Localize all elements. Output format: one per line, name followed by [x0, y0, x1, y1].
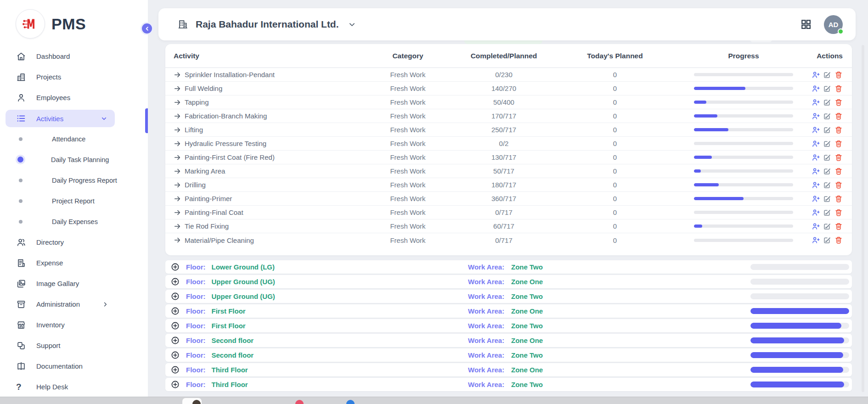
assign-user-button[interactable] — [812, 167, 820, 175]
expand-plus-icon[interactable] — [171, 321, 180, 330]
expand-plus-icon[interactable] — [171, 336, 180, 345]
list-icon — [16, 113, 26, 123]
assign-user-button[interactable] — [812, 140, 820, 148]
floor-row[interactable]: Floor: Second floor Work Area: Zone One — [165, 334, 852, 347]
floor-row[interactable]: Floor: Upper Ground (UG) Work Area: Zone… — [165, 290, 852, 303]
delete-button[interactable] — [834, 98, 843, 107]
floor-row[interactable]: Floor: Lower Ground (LG) Work Area: Zone… — [165, 260, 852, 274]
edit-button[interactable] — [823, 208, 831, 217]
activity-progress-bar — [694, 114, 793, 118]
activity-completed-planned: 50/400 — [457, 98, 550, 106]
floor-row[interactable]: Floor: Upper Ground (UG) Work Area: Zone… — [165, 275, 852, 288]
sidebar-item-projects[interactable]: Projects — [0, 67, 148, 87]
delete-button[interactable] — [834, 153, 843, 162]
assign-user-button[interactable] — [812, 84, 820, 93]
sidebar-item-inventory[interactable]: Inventory — [0, 314, 148, 335]
expand-plus-icon[interactable] — [171, 365, 180, 374]
taskbar-blue-icon[interactable] — [346, 400, 355, 404]
edit-button[interactable] — [823, 84, 831, 93]
delete-button[interactable] — [834, 71, 843, 79]
edit-button[interactable] — [823, 140, 831, 148]
taskbar-red-icon[interactable] — [295, 400, 304, 404]
expand-plus-icon[interactable] — [171, 307, 180, 315]
assign-user-button[interactable] — [812, 98, 820, 107]
activity-category: Fresh Work — [358, 236, 457, 244]
floor-row[interactable]: Floor: Third Floor Work Area: Zone One — [165, 363, 852, 376]
sidebar-item-employees[interactable]: Employees — [0, 87, 148, 108]
company-selector[interactable]: Raja Bahadur International Ltd. — [177, 19, 356, 30]
activity-todays-planned: 0 — [550, 140, 680, 147]
edit-button[interactable] — [823, 126, 831, 134]
edit-button[interactable] — [823, 195, 831, 203]
sidebar-subitem-daily-progress-report[interactable]: Daily Progress Report — [0, 170, 148, 191]
sidebar-item-documentation[interactable]: Documentation — [0, 356, 148, 376]
sidebar-subitem-attendance[interactable]: Attendance — [0, 129, 148, 149]
assign-user-button[interactable] — [812, 71, 820, 79]
assign-user-button[interactable] — [812, 112, 820, 120]
expand-plus-icon[interactable] — [171, 277, 180, 286]
expand-plus-icon[interactable] — [171, 351, 180, 359]
bullet-dot-icon — [17, 157, 23, 163]
floor-row[interactable]: Floor: First Floor Work Area: Zone One — [165, 304, 852, 318]
company-logo[interactable] — [16, 9, 45, 39]
delete-button[interactable] — [834, 84, 843, 93]
sidebar-item-image-gallary[interactable]: Image Gallary — [0, 273, 148, 294]
sidebar-subitem-daily-task-planning[interactable]: Daily Task Planning — [0, 149, 148, 170]
sidebar-item-expense[interactable]: Expense — [0, 252, 148, 273]
expand-plus-icon[interactable] — [171, 380, 180, 389]
floor-row[interactable]: Floor: Second floor Work Area: Zone Two — [165, 348, 852, 362]
apps-grid-button[interactable] — [800, 18, 812, 30]
sidebar-subitem-daily-expenses[interactable]: Daily Expenses — [0, 211, 148, 232]
floor-row[interactable]: Floor: First Floor Work Area: Zone Two — [165, 319, 852, 332]
delete-button[interactable] — [834, 236, 843, 244]
edit-button[interactable] — [823, 222, 831, 230]
delete-button[interactable] — [834, 167, 843, 175]
person-plus-icon — [812, 153, 820, 162]
activity-todays-planned: 0 — [550, 112, 680, 120]
user-avatar[interactable]: AD — [824, 15, 843, 34]
sidebar-item-dashboard[interactable]: Dashboard — [0, 46, 148, 67]
edit-button[interactable] — [823, 236, 831, 244]
assign-user-button[interactable] — [812, 222, 820, 230]
sidebar-item-activities[interactable]: Activities — [6, 110, 115, 127]
sidebar-item-support[interactable]: Support — [0, 335, 148, 356]
assign-user-button[interactable] — [812, 236, 820, 244]
floor-label: Floor: — [186, 322, 206, 330]
activity-todays-planned: 0 — [550, 98, 680, 106]
assign-user-button[interactable] — [812, 208, 820, 217]
edit-button[interactable] — [823, 71, 831, 79]
sidebar-subitem-project-report[interactable]: Project Report — [0, 191, 148, 211]
edit-button[interactable] — [823, 167, 831, 175]
sidebar-scrollbar-thumb[interactable] — [145, 108, 148, 133]
edit-button[interactable] — [823, 98, 831, 107]
edit-button[interactable] — [823, 112, 831, 120]
assign-user-button[interactable] — [812, 195, 820, 203]
assign-user-button[interactable] — [812, 181, 820, 189]
assign-user-button[interactable] — [812, 153, 820, 162]
store-icon — [16, 320, 26, 330]
activity-completed-planned: 250/717 — [457, 126, 550, 134]
trash-icon — [834, 153, 843, 162]
floor-row[interactable]: Floor: Third Floor Work Area: Zone Two — [165, 378, 852, 391]
delete-button[interactable] — [834, 208, 843, 217]
table-header-row: Activity Category Completed/Planned Toda… — [165, 44, 852, 68]
assign-user-button[interactable] — [812, 126, 820, 134]
sidebar-item-directory[interactable]: Directory — [0, 232, 148, 252]
delete-button[interactable] — [834, 222, 843, 230]
edit-button[interactable] — [823, 181, 831, 189]
delete-button[interactable] — [834, 140, 843, 148]
edit-button[interactable] — [823, 153, 831, 162]
activity-progress-bar — [694, 142, 793, 145]
activity-name: Marking Area — [185, 167, 225, 175]
expand-plus-icon[interactable] — [171, 263, 180, 271]
content-scrollbar-track[interactable] — [862, 45, 864, 392]
sidebar-item-administration[interactable]: Administration — [0, 294, 148, 314]
delete-button[interactable] — [834, 112, 843, 120]
expand-plus-icon[interactable] — [171, 292, 180, 301]
delete-button[interactable] — [834, 181, 843, 189]
person-plus-icon — [812, 140, 820, 148]
delete-button[interactable] — [834, 195, 843, 203]
delete-button[interactable] — [834, 126, 843, 134]
sidebar-collapse-button[interactable] — [141, 22, 153, 35]
sidebar-item-help-desk[interactable]: ? Help Desk — [0, 376, 148, 397]
